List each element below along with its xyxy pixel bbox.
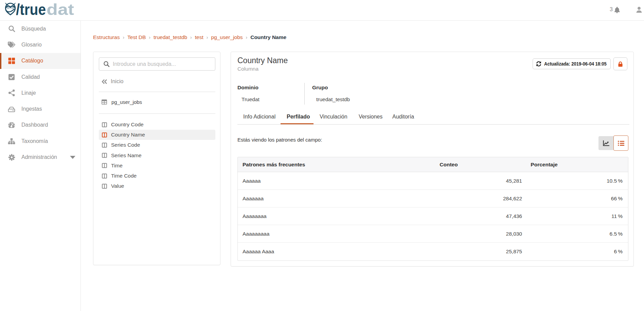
svg-text:dat: dat	[47, 0, 74, 18]
svg-text:/true: /true	[16, 0, 46, 18]
